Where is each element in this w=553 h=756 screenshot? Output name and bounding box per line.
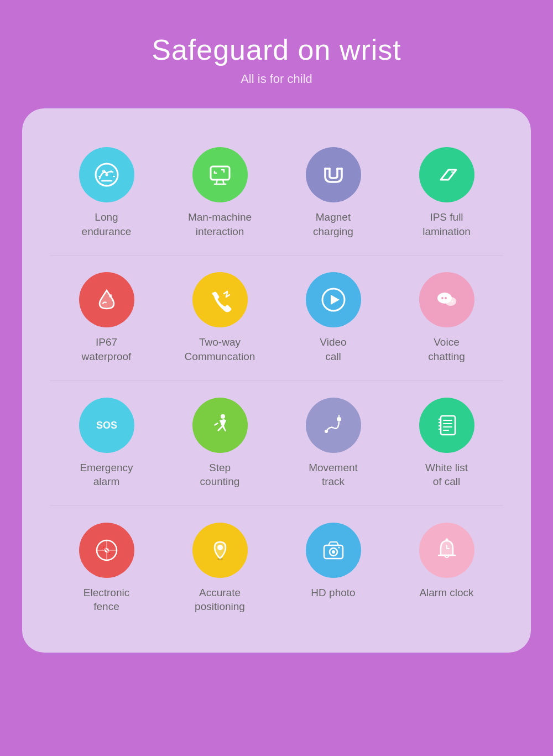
page-title: Safeguard on wrist [152,33,401,66]
speedometer-icon [92,160,122,190]
feature-alarm-clock: Alarm clock [397,523,497,600]
video-call-icon-circle [306,272,361,327]
page-header: Safeguard on wrist All is for child [152,33,401,86]
man-machine-label: Man-machineinteraction [188,210,252,238]
camera-icon [319,535,348,565]
sos-icon: SOS [92,410,122,440]
electronic-fence-icon-circle [79,523,134,578]
voice-chatting-icon-circle [419,272,474,327]
feature-row-2: IP67waterproof Two-wayCommuncation Vid [50,256,503,380]
location-icon [205,535,235,565]
feature-video-call: Videocall [284,272,383,363]
long-endurance-icon-circle [79,147,134,202]
ip67-icon-circle [79,272,134,327]
feature-electronic-fence: Electronicfence [57,523,156,614]
wechat-icon [432,285,462,315]
hd-photo-icon-circle [306,523,361,578]
emergency-icon-circle: SOS [79,398,134,453]
feature-magnet: Magnetcharging [284,147,383,238]
svg-point-10 [445,297,447,299]
svg-rect-17 [441,416,455,435]
magnet-icon-circle [306,147,361,202]
electronic-fence-label: Electronicfence [84,586,129,614]
svg-point-11 [448,301,450,303]
two-way-icon-circle [192,272,248,327]
play-icon [319,285,348,315]
compass-icon [92,535,122,565]
svg-point-4 [112,299,114,301]
svg-point-16 [325,430,328,433]
water-icon [92,285,122,315]
ip67-label: IP67waterproof [82,335,132,363]
map-path-icon [319,410,348,440]
bell-icon [432,535,462,565]
two-way-label: Two-wayCommuncation [185,335,255,363]
svg-point-23 [217,558,223,560]
long-endurance-label: Longendurance [82,210,132,238]
features-card: Longendurance Man-machineinteraction [22,108,531,653]
white-list-label: White listof call [425,461,468,489]
movement-track-icon-circle [306,398,361,453]
svg-point-28 [445,538,448,541]
alarm-clock-label: Alarm clock [419,586,473,600]
svg-rect-2 [211,166,229,180]
svg-point-15 [337,417,341,421]
feature-hd-photo: HD photo [284,523,383,600]
svg-point-3 [109,294,112,298]
feature-white-list: White listof call [397,398,497,489]
alarm-clock-icon-circle [419,523,474,578]
svg-marker-6 [331,295,340,305]
svg-text:SOS: SOS [96,420,117,431]
feature-row-3: SOS Emergencyalarm Stepcounting [50,381,503,506]
ips-icon-circle [419,147,474,202]
accurate-positioning-label: Accuratepositioning [195,586,245,614]
step-counting-label: Stepcounting [200,461,240,489]
feature-man-machine: Man-machineinteraction [170,147,270,238]
feature-emergency: SOS Emergencyalarm [57,398,156,489]
svg-point-9 [441,297,444,299]
feature-ip67: IP67waterproof [57,272,156,363]
phone-icon [205,285,235,315]
step-counting-icon-circle [192,398,248,453]
feature-step-counting: Stepcounting [170,398,270,489]
parallelogram-icon [432,160,462,190]
svg-point-14 [221,414,225,419]
feature-movement-track: Movementtrack [284,398,383,489]
accurate-positioning-icon-circle [192,523,248,578]
svg-point-27 [338,546,340,548]
movement-track-label: Movementtrack [309,461,358,489]
feature-ips: IPS fulllamination [397,147,497,238]
magnet-icon [319,160,348,190]
svg-point-26 [332,550,335,554]
feature-row-1: Longendurance Man-machineinteraction [50,131,503,256]
svg-point-12 [451,301,453,303]
white-list-icon-circle [419,398,474,453]
emergency-label: Emergencyalarm [80,461,133,489]
feature-row-4: Electronicfence Accuratepositioning [50,506,503,630]
running-icon [205,410,235,440]
voice-chatting-label: Voicechatting [428,335,465,363]
magnet-label: Magnetcharging [313,210,353,238]
feature-voice-chatting: Voicechatting [397,272,497,363]
man-machine-icon-circle [192,147,248,202]
svg-point-8 [445,297,456,306]
feature-accurate-positioning: Accuratepositioning [170,523,270,614]
feature-two-way: Two-wayCommuncation [170,272,270,363]
page-subtitle: All is for child [152,72,401,86]
hd-photo-label: HD photo [311,586,355,600]
ips-label: IPS fulllamination [422,210,471,238]
notebook-icon [432,410,462,440]
feature-long-endurance: Longendurance [57,147,156,238]
interaction-icon [205,160,235,190]
video-call-label: Videocall [320,335,346,363]
svg-point-22 [217,545,223,550]
